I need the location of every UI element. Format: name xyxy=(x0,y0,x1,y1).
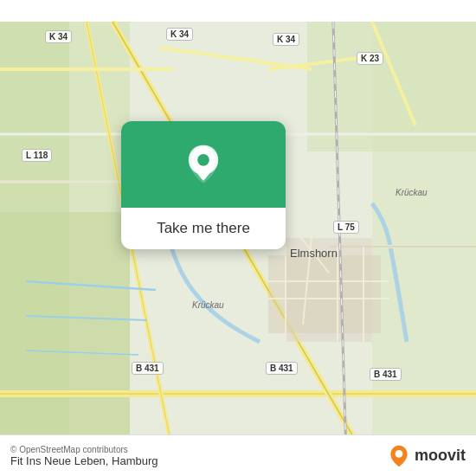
road-label-k23: K 23 xyxy=(357,52,383,65)
place-label-kruckau-bot: Krückau xyxy=(192,300,224,310)
take-me-there-button[interactable]: Take me there xyxy=(157,220,250,237)
map-container: K 34 K 34 K 34 K 23 L 118 L 75 B 431 B 4… xyxy=(0,0,476,476)
moovit-logo[interactable]: moovit xyxy=(387,444,466,468)
svg-point-36 xyxy=(197,154,209,166)
road-label-b431-br: B 431 xyxy=(370,368,402,381)
copyright-text: © OpenStreetMap contributors xyxy=(10,445,158,454)
svg-rect-3 xyxy=(0,22,69,454)
place-label-elmshorn: Elmshorn xyxy=(290,247,338,260)
road-label-k34-left: K 34 xyxy=(45,30,72,43)
svg-point-37 xyxy=(396,450,403,458)
location-pin-icon xyxy=(183,144,224,185)
action-card: Take me there xyxy=(121,121,286,249)
bottom-left: © OpenStreetMap contributors Fit Ins Neu… xyxy=(10,445,158,467)
road-label-b431-left: B 431 xyxy=(132,362,164,375)
location-label: Fit Ins Neue Leben, Hamburg xyxy=(10,454,158,467)
road-label-l118: L 118 xyxy=(22,149,52,162)
road-label-k34-right: K 34 xyxy=(273,33,299,46)
moovit-text: moovit xyxy=(415,447,466,465)
road-label-l75: L 75 xyxy=(333,221,359,234)
road-label-b431-right: B 431 xyxy=(266,362,298,375)
place-label-kruckau-right: Krückau xyxy=(396,188,428,197)
card-body: Take me there xyxy=(121,208,286,249)
card-header xyxy=(121,121,286,208)
bottom-bar: © OpenStreetMap contributors Fit Ins Neu… xyxy=(0,434,476,476)
road-label-k34-mid: K 34 xyxy=(166,28,193,41)
moovit-icon xyxy=(387,444,411,468)
